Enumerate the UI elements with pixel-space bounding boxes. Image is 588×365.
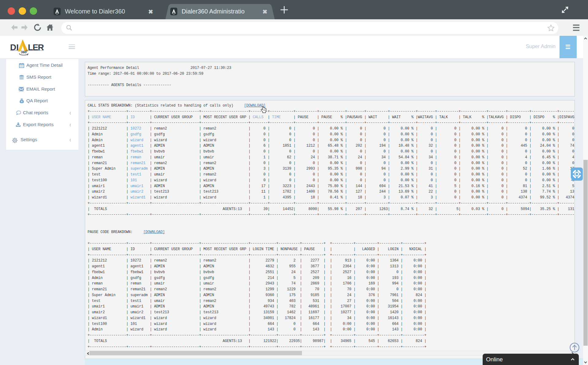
svg-text:360: 360 xyxy=(21,50,27,54)
svg-text:¥: ¥ xyxy=(21,100,23,103)
